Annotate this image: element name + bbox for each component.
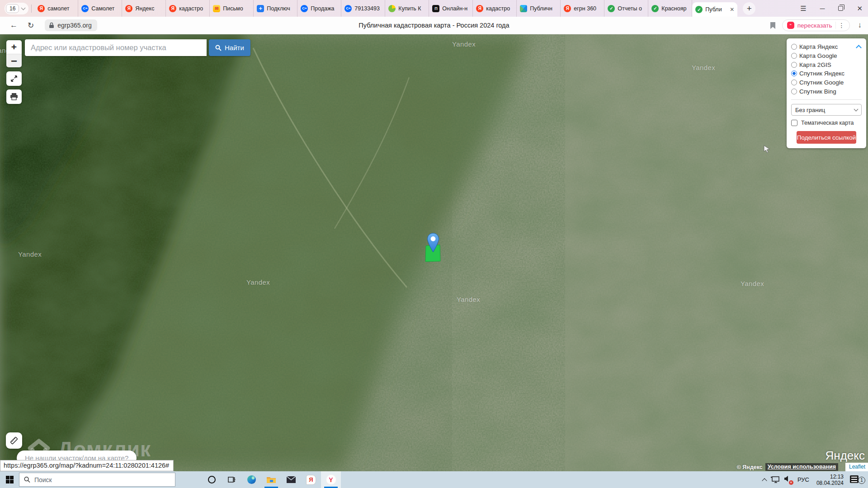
map-search-bar: Найти bbox=[25, 39, 250, 56]
leaflet-link[interactable]: Leaflet bbox=[845, 463, 868, 471]
layer-option[interactable]: Карта Google bbox=[791, 52, 862, 61]
ya-favicon-icon: Я bbox=[564, 5, 571, 12]
restore-icon[interactable] bbox=[838, 6, 843, 11]
layer-option[interactable]: Спутник Google bbox=[791, 78, 862, 87]
radio-icon[interactable] bbox=[791, 89, 797, 94]
search-input[interactable] bbox=[25, 39, 207, 56]
close-icon[interactable]: ✕ bbox=[857, 5, 863, 13]
layers-panel: Карта ЯндексКарта GoogleКарта 2GISСпутни… bbox=[787, 38, 866, 148]
share-link-button[interactable]: Поделиться ссылкой bbox=[797, 131, 856, 144]
back-icon[interactable]: ← bbox=[10, 21, 18, 30]
action-center-icon bbox=[850, 475, 859, 483]
network-icon[interactable] bbox=[771, 476, 779, 483]
layer-option-label: Спутник Bing bbox=[799, 88, 836, 95]
radio-icon[interactable] bbox=[791, 62, 797, 68]
taskbar-clock[interactable]: 12:13 08.04.2024 bbox=[815, 474, 845, 486]
tray-expand-icon[interactable] bbox=[762, 478, 767, 483]
browser-tab[interactable]: C+79133493 bbox=[341, 0, 385, 17]
browser-tab[interactable]: Якадастро bbox=[166, 0, 210, 17]
ya-favicon-icon: Я bbox=[476, 5, 483, 12]
bookmark-icon[interactable] bbox=[770, 22, 776, 29]
browser-tab[interactable]: Ясамолет bbox=[34, 0, 78, 17]
yandex-browser-button[interactable]: Y bbox=[321, 471, 341, 488]
tab-label: кадастро bbox=[179, 5, 206, 12]
browser-tab[interactable]: +Подключ bbox=[254, 0, 297, 17]
thematic-checkbox[interactable] bbox=[791, 120, 797, 126]
layer-option[interactable]: Спутник Bing bbox=[791, 87, 862, 96]
system-tray: ✕ РУС 12:13 08.04.2024 1 bbox=[763, 471, 865, 488]
terms-link[interactable]: Условия использования bbox=[765, 463, 838, 471]
file-explorer-button[interactable] bbox=[261, 471, 281, 488]
browser-tab[interactable]: ✓Краснояр bbox=[648, 0, 692, 17]
tabs-strip: ЯсамолетC+СамолетЯЯндексЯкадастро✉Письмо… bbox=[34, 0, 737, 17]
folder-icon bbox=[266, 476, 276, 484]
volume-muted-button[interactable]: ✕ bbox=[784, 475, 792, 484]
mail-button[interactable] bbox=[281, 471, 301, 488]
layer-option-label: Карта Google bbox=[799, 52, 837, 59]
browser-menu-icon[interactable]: ☰ bbox=[800, 5, 806, 13]
start-button[interactable] bbox=[0, 471, 19, 488]
task-view-button[interactable] bbox=[222, 471, 241, 488]
browser-tab[interactable]: Яегрн 360 bbox=[561, 0, 604, 17]
browser-tab[interactable]: ✓Публи✕ bbox=[692, 2, 737, 17]
edge-button[interactable] bbox=[241, 471, 261, 488]
new-tab-button[interactable]: + bbox=[743, 2, 755, 15]
download-icon[interactable]: ↓ bbox=[858, 21, 862, 30]
browser-tab[interactable]: ЯЯндекс bbox=[122, 0, 166, 17]
print-button[interactable] bbox=[6, 89, 22, 104]
browser-address-bar: ← ↻ egrp365.org Публичная кадастровая ка… bbox=[0, 17, 868, 34]
copyright-text: © Яндекс bbox=[737, 464, 763, 470]
tab-label: Подключ bbox=[267, 5, 294, 12]
browser-tab[interactable]: ✉Письмо bbox=[210, 0, 254, 17]
radio-icon[interactable] bbox=[791, 53, 797, 59]
notification-center-button[interactable]: 1 bbox=[850, 474, 865, 485]
printer-icon bbox=[10, 93, 18, 100]
borders-select[interactable]: Без границ bbox=[791, 104, 862, 116]
browser-tab[interactable]: Публичн bbox=[517, 0, 561, 17]
radio-icon[interactable] bbox=[791, 44, 797, 50]
browser-tab[interactable]: ПОнлайн-н bbox=[429, 0, 473, 17]
tab-label: Публичн bbox=[530, 5, 557, 12]
mail-favicon-icon: ✉ bbox=[213, 5, 220, 12]
browser-tab[interactable]: ✓Отчеты о bbox=[604, 0, 648, 17]
fullscreen-button[interactable] bbox=[6, 71, 22, 86]
map-attribution: © Яндекс Условия использования bbox=[737, 463, 838, 471]
find-button[interactable]: Найти bbox=[209, 39, 250, 56]
browser-tab[interactable]: Якадастро bbox=[473, 0, 517, 17]
yandex-app-button[interactable]: Я bbox=[301, 471, 321, 488]
parcel-marker[interactable] bbox=[424, 232, 443, 263]
tab-label: Письмо bbox=[223, 5, 250, 12]
zoom-in-button[interactable]: + bbox=[6, 40, 22, 54]
tab-label: Продажа bbox=[311, 5, 338, 12]
browser-tab[interactable]: Купить К bbox=[385, 0, 429, 17]
url-chip[interactable]: egrp365.org bbox=[45, 19, 97, 31]
map-viewport[interactable]: YandexYandexYandexYandexYandexYandexYand… bbox=[0, 34, 868, 471]
cortana-button[interactable] bbox=[202, 471, 222, 488]
layer-option-label: Карта 2GIS bbox=[799, 61, 831, 68]
browser-tab[interactable]: C+Продажа bbox=[297, 0, 341, 17]
more-options-icon[interactable]: ⋮ bbox=[835, 22, 845, 29]
reload-icon[interactable]: ↻ bbox=[28, 21, 34, 30]
pkk-favicon-icon bbox=[520, 5, 527, 12]
radio-icon[interactable] bbox=[791, 80, 797, 85]
yandex-logo: Яндекс bbox=[826, 449, 865, 463]
zoom-out-button[interactable]: − bbox=[6, 54, 22, 67]
tab-counter[interactable]: 16 bbox=[5, 3, 28, 14]
windows-taskbar: Я Y ✕ РУС 12:13 08.04.2024 bbox=[0, 471, 868, 488]
ya-favicon-icon: Я bbox=[125, 5, 132, 12]
ruler-icon bbox=[9, 436, 19, 445]
browser-tab-bar: 16 ЯсамолетC+СамолетЯЯндексЯкадастро✉Пис… bbox=[0, 0, 868, 17]
layer-option[interactable]: Карта 2GIS bbox=[791, 60, 862, 69]
minimize-icon[interactable]: ─ bbox=[820, 5, 825, 12]
browser-tab[interactable]: C+Самолет bbox=[78, 0, 122, 17]
language-indicator[interactable]: РУС bbox=[797, 476, 810, 483]
tab-close-icon[interactable]: ✕ bbox=[729, 6, 734, 13]
layer-option[interactable]: Карта Яндекс bbox=[791, 42, 862, 52]
radio-selected-icon[interactable] bbox=[791, 70, 797, 76]
layer-option[interactable]: Спутник Яндекс bbox=[791, 69, 862, 78]
taskbar-search-input[interactable] bbox=[34, 476, 170, 483]
chevron-down-icon bbox=[854, 107, 859, 112]
retell-button[interactable]: “ пересказать ⋮ bbox=[782, 19, 850, 31]
taskbar-search[interactable] bbox=[19, 473, 175, 487]
measure-button[interactable] bbox=[6, 432, 22, 449]
